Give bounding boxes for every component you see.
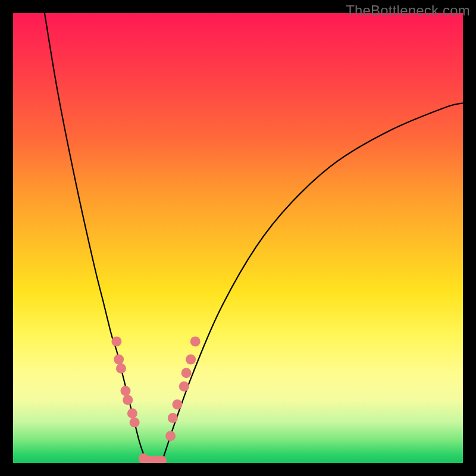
data-marker xyxy=(127,408,137,418)
data-marker xyxy=(165,431,176,441)
marker-layer xyxy=(111,336,200,463)
data-marker xyxy=(121,386,131,396)
data-marker xyxy=(186,355,196,365)
data-marker xyxy=(190,336,201,346)
bottleneck-curve xyxy=(45,13,463,463)
data-marker xyxy=(114,355,124,365)
chart-frame: TheBottleneck.com xyxy=(0,0,476,476)
data-marker xyxy=(123,395,133,405)
data-marker xyxy=(116,364,126,374)
data-marker xyxy=(181,368,192,378)
chart-svg xyxy=(13,13,463,463)
data-marker xyxy=(179,381,189,392)
data-marker xyxy=(172,399,182,409)
data-marker xyxy=(168,413,178,423)
data-marker xyxy=(111,336,121,346)
plot-area xyxy=(13,13,463,463)
curve-layer xyxy=(45,13,463,463)
data-marker xyxy=(130,417,140,427)
